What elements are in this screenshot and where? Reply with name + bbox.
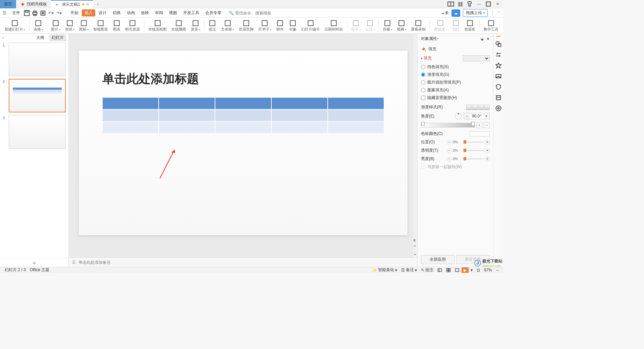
menu-tab-开发工具[interactable]: 开发工具: [180, 9, 202, 16]
vertical-scrollbar[interactable]: [413, 34, 417, 257]
view-sorter-icon[interactable]: [444, 268, 453, 272]
transparency-slider[interactable]: [464, 150, 484, 151]
close-window-icon[interactable]: ✕: [494, 1, 501, 7]
gradient-stop[interactable]: [421, 122, 425, 126]
search-box[interactable]: 🔍: [229, 11, 275, 15]
ribbon-图片[interactable]: 图片: [49, 18, 62, 34]
apply-all-button[interactable]: 全部应用: [421, 255, 454, 264]
menu-tab-插入[interactable]: 插入: [82, 9, 95, 16]
ribbon-图标[interactable]: 图标: [77, 18, 91, 34]
brightness-slider[interactable]: [464, 158, 484, 159]
help-tool-icon[interactable]: [495, 105, 502, 112]
next-slide-icon[interactable]: ⌄: [413, 251, 417, 256]
fill-solid-option[interactable]: 纯色填充(S): [421, 63, 490, 71]
collapse-icon[interactable]: ‹‹: [2, 36, 4, 40]
ribbon-资源夹[interactable]: 资源夹: [463, 18, 478, 34]
tab-templates[interactable]: ◆找稻壳模板: [16, 0, 51, 8]
minimize-icon[interactable]: —: [476, 1, 482, 7]
save-icon[interactable]: [23, 10, 30, 16]
tab-document[interactable]: ▸演示文稿1✕: [51, 0, 93, 8]
zoom-value[interactable]: 97%: [482, 268, 494, 272]
sync-status-icon[interactable]: ☁未: [441, 10, 449, 16]
view-reading-icon[interactable]: [453, 268, 462, 272]
prev-slide-icon[interactable]: ≡: [413, 238, 417, 243]
gradient-path-icon[interactable]: [484, 105, 490, 110]
ribbon-屏幕录制[interactable]: 屏幕录制: [409, 18, 428, 34]
menu-tab-放映[interactable]: 放映: [138, 9, 152, 16]
ribbon-教学工具[interactable]: 教学工具: [482, 18, 500, 34]
notes-toggle[interactable]: ☰备注 ▾: [399, 267, 419, 273]
dec-button[interactable]: −: [447, 140, 451, 145]
canvas[interactable]: 单击此处添加标题 ≡ ⌃ ⌄: [69, 34, 417, 257]
inc-button[interactable]: +: [485, 157, 490, 161]
skin-icon[interactable]: [466, 1, 473, 7]
ribbon-更多[interactable]: 更多: [189, 18, 202, 34]
expand-icon[interactable]: ⌃: [497, 11, 500, 15]
new-tab-button[interactable]: ＋: [93, 1, 103, 7]
search-input[interactable]: [235, 11, 275, 15]
slides-tab[interactable]: 幻灯片: [49, 34, 66, 41]
color-picker[interactable]: [470, 131, 490, 137]
gradient-bar[interactable]: [421, 123, 475, 128]
slide[interactable]: 单击此处添加标题: [79, 51, 408, 235]
zoom-out-icon[interactable]: −: [494, 268, 500, 272]
maximize-icon[interactable]: [485, 1, 492, 7]
shape-tool-icon[interactable]: [495, 41, 502, 47]
view-normal-icon[interactable]: [435, 268, 444, 272]
position-slider[interactable]: [464, 142, 484, 143]
cloud-icon[interactable]: ☁: [451, 9, 460, 17]
print-preview-icon[interactable]: [40, 10, 46, 16]
rotate-with-shape-option[interactable]: 与形状一起旋转(W): [421, 163, 490, 171]
notes-bar[interactable]: ☰: [69, 257, 417, 267]
ribbon-艺术字[interactable]: 艺术字: [256, 18, 273, 34]
props-title-drop-icon[interactable]: ▾: [437, 37, 438, 40]
ribbon-页眉页脚[interactable]: 页眉页脚: [237, 18, 256, 34]
fill-gradient-option[interactable]: 渐变填充(G): [421, 71, 490, 79]
thumbnail-1[interactable]: 1: [3, 43, 66, 76]
ribbon-稻壳资源[interactable]: 稻壳资源: [123, 18, 142, 34]
prev-slide-icon[interactable]: ⌃: [413, 245, 417, 249]
layout-icon[interactable]: [447, 1, 454, 7]
beautify-button[interactable]: ✨智能美化 ▾: [370, 267, 399, 273]
dec-button[interactable]: −: [447, 157, 451, 161]
fill-picture-option[interactable]: 图片或纹理填充(P): [421, 79, 490, 86]
gradient-stop[interactable]: [471, 122, 475, 126]
menu-tab-切换[interactable]: 切换: [110, 9, 123, 16]
angle-increment-button[interactable]: +: [483, 113, 489, 119]
inc-button[interactable]: +: [485, 148, 490, 153]
fill-section-header[interactable]: 填充: [421, 53, 432, 63]
slideshow-button[interactable]: ▶: [462, 267, 469, 273]
ribbon-批注[interactable]: 批注: [206, 18, 218, 34]
comments-toggle[interactable]: ✎批注: [419, 267, 435, 273]
fill-pattern-option[interactable]: 图案填充(A): [421, 86, 490, 94]
angle-decrement-button[interactable]: −: [464, 113, 470, 119]
pin-icon[interactable]: ⬙: [481, 37, 484, 41]
security-tool-icon[interactable]: [495, 84, 502, 90]
ribbon-图表[interactable]: 图表: [111, 18, 123, 34]
file-menu[interactable]: 文件: [10, 10, 22, 16]
slide-counter[interactable]: 幻灯片 2 / 3: [3, 267, 28, 273]
learn-tool-icon[interactable]: [495, 94, 502, 101]
print-icon[interactable]: [32, 10, 38, 16]
add-slide-button[interactable]: ＋: [0, 258, 68, 267]
thumbnail-2[interactable]: 2: [3, 79, 66, 112]
hamburger-icon[interactable]: ☰: [3, 11, 9, 15]
menu-tab-动画[interactable]: 动画: [124, 9, 138, 16]
angle-stepper[interactable]: − +: [464, 113, 490, 119]
ribbon-形状[interactable]: 形状: [63, 18, 76, 34]
gradient-radial-icon[interactable]: [472, 105, 478, 110]
ribbon-智能图形[interactable]: 智能图形: [91, 18, 110, 34]
fill-tab-header[interactable]: 填充: [421, 45, 490, 53]
more-icon[interactable]: ⋮: [490, 11, 494, 15]
dec-button[interactable]: −: [447, 148, 451, 153]
ribbon-音频[interactable]: 音频: [381, 18, 394, 34]
menu-tab-开始[interactable]: 开始: [68, 9, 81, 16]
menu-tab-审阅[interactable]: 审阅: [152, 9, 166, 16]
theme-label[interactable]: Office 主题: [28, 267, 51, 273]
remove-stop-icon[interactable]: −: [484, 122, 490, 128]
ribbon-附件[interactable]: 附件: [274, 18, 286, 34]
ribbon-文本框[interactable]: 文本框: [219, 18, 236, 34]
upload-button[interactable]: 拖拽上传▾: [463, 9, 488, 17]
slide-table[interactable]: [102, 97, 384, 134]
thumbnail-3[interactable]: 3: [3, 115, 66, 149]
